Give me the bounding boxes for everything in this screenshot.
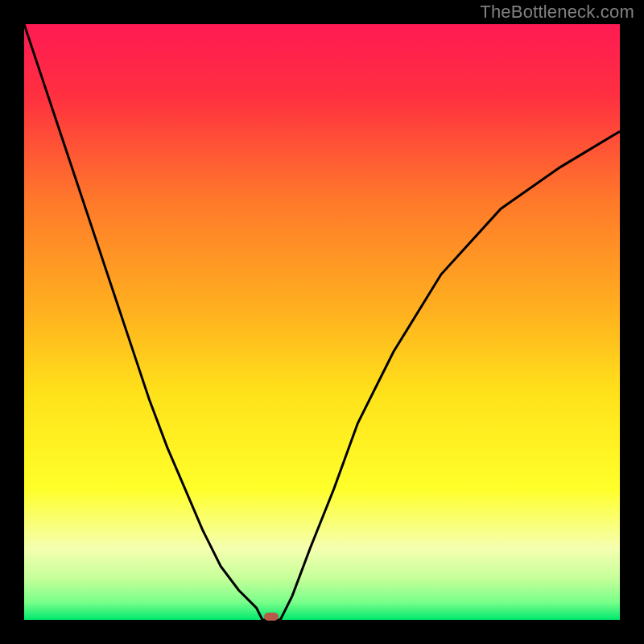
optimum-marker	[264, 613, 279, 621]
watermark-text: TheBottleneck.com	[480, 2, 634, 23]
plot-area	[24, 24, 620, 620]
gradient-background	[24, 24, 620, 620]
chart-frame: TheBottleneck.com	[0, 0, 644, 644]
svg-rect-0	[24, 24, 620, 620]
